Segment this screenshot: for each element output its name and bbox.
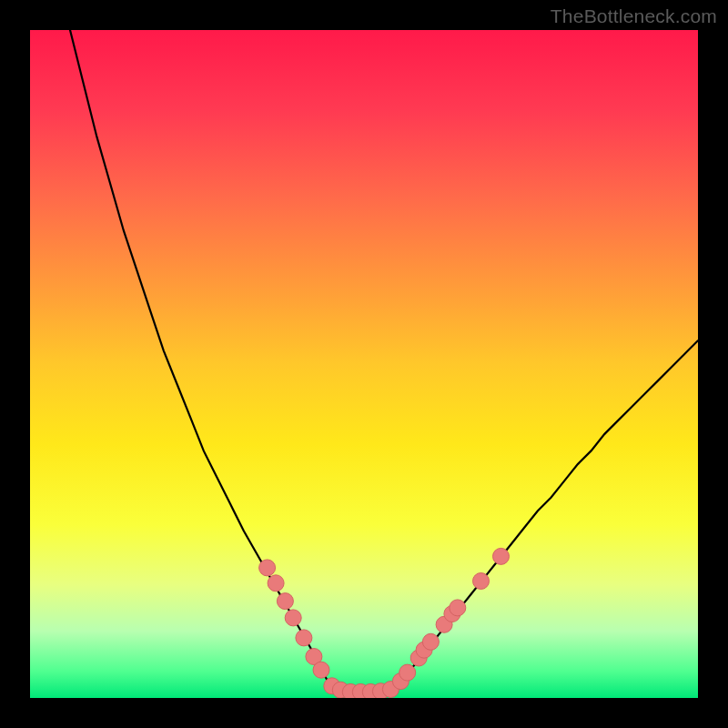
- data-point: [493, 548, 510, 564]
- data-point: [473, 573, 490, 590]
- watermark-text: TheBottleneck.com: [551, 5, 717, 27]
- data-markers: [259, 548, 510, 698]
- plot-area: [30, 30, 698, 698]
- curve-lines: [70, 30, 698, 692]
- bottleneck-curve: [70, 30, 698, 692]
- data-point: [285, 610, 301, 626]
- data-point: [259, 560, 276, 576]
- data-point: [296, 630, 312, 646]
- outer-frame: TheBottleneck.com: [0, 0, 728, 728]
- data-point: [313, 662, 329, 678]
- data-point: [399, 664, 416, 681]
- data-point: [422, 633, 439, 650]
- data-point: [277, 593, 293, 610]
- chart-overlay: [30, 30, 698, 698]
- data-point: [268, 575, 284, 592]
- data-point: [450, 600, 466, 616]
